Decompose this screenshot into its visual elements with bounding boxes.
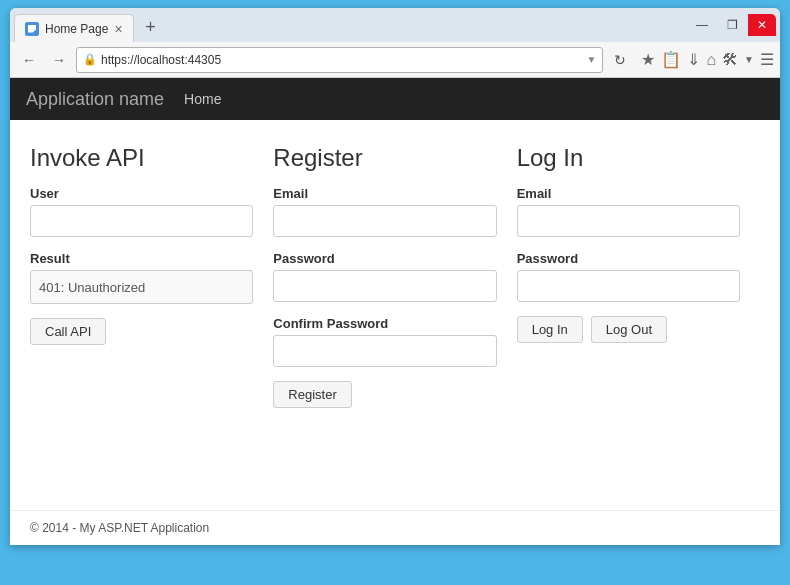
user-group: User [30,186,253,237]
footer-text: © 2014 - My ASP.NET Application [30,521,209,535]
home-icon[interactable]: ⌂ [706,51,716,69]
close-button[interactable]: ✕ [748,14,776,36]
register-section: Register Email Password Confirm Password… [273,144,516,408]
menu-icon[interactable]: ☰ [760,50,774,69]
register-email-group: Email [273,186,496,237]
register-password-input[interactable] [273,270,496,302]
back-button[interactable]: ← [16,47,42,73]
user-label: User [30,186,253,201]
login-password-label: Password [517,251,740,266]
app-navbar: Application name Home [10,78,780,120]
register-password-group: Password [273,251,496,302]
footer: © 2014 - My ASP.NET Application [10,510,780,545]
register-title: Register [273,144,496,172]
address-bar[interactable]: 🔒 https://localhost:44305 ▼ [76,47,603,73]
star-icon[interactable]: ★ [641,50,655,69]
result-value: 401: Unauthorized [30,270,253,304]
login-email-group: Email [517,186,740,237]
dropdown-nav-icon[interactable]: ▼ [744,54,754,65]
login-title: Log In [517,144,740,172]
register-confirm-input[interactable] [273,335,496,367]
content-area: Invoke API User Result 401: Unauthorized… [10,120,780,510]
browser-nav-bar: ← → 🔒 https://localhost:44305 ▼ ↻ ★ 📋 ⇓ … [10,42,780,78]
register-confirm-group: Confirm Password [273,316,496,367]
login-email-label: Email [517,186,740,201]
login-password-input[interactable] [517,270,740,302]
login-button-row: Log In Log Out [517,316,740,343]
forward-button[interactable]: → [46,47,72,73]
clipboard-icon[interactable]: 📋 [661,50,681,69]
register-email-label: Email [273,186,496,201]
nav-icons: ★ 📋 ⇓ ⌂ 🛠 ▼ ☰ [637,50,774,69]
restore-button[interactable]: ❐ [718,14,746,36]
invoke-api-section: Invoke API User Result 401: Unauthorized… [30,144,273,408]
register-email-input[interactable] [273,205,496,237]
login-button[interactable]: Log In [517,316,583,343]
window-controls: — ❐ ✕ [688,14,780,36]
logout-button[interactable]: Log Out [591,316,667,343]
result-group: Result 401: Unauthorized [30,251,253,304]
register-password-label: Password [273,251,496,266]
call-api-button[interactable]: Call API [30,318,106,345]
three-column-layout: Invoke API User Result 401: Unauthorized… [30,144,760,408]
dropdown-icon: ▼ [587,54,597,65]
invoke-api-title: Invoke API [30,144,253,172]
title-bar: Home Page × + — ❐ ✕ [10,8,780,42]
refresh-button[interactable]: ↻ [607,47,633,73]
app-name: Application name [26,89,164,110]
user-input[interactable] [30,205,253,237]
register-button[interactable]: Register [273,381,351,408]
new-tab-button[interactable]: + [138,14,164,40]
nav-home-link[interactable]: Home [184,91,221,107]
tab-close-button[interactable]: × [114,22,122,36]
tab-label: Home Page [45,22,108,36]
settings-icon[interactable]: 🛠 [722,51,738,69]
active-tab[interactable]: Home Page × [14,14,134,42]
result-label: Result [30,251,253,266]
login-email-input[interactable] [517,205,740,237]
login-section: Log In Email Password Log In Log Out [517,144,760,408]
minimize-button[interactable]: — [688,14,716,36]
lock-icon: 🔒 [83,53,97,66]
download-icon[interactable]: ⇓ [687,50,700,69]
register-confirm-label: Confirm Password [273,316,496,331]
tab-favicon-icon [25,22,39,36]
tab-area: Home Page × + [10,8,164,42]
login-password-group: Password [517,251,740,302]
url-text: https://localhost:44305 [101,53,583,67]
